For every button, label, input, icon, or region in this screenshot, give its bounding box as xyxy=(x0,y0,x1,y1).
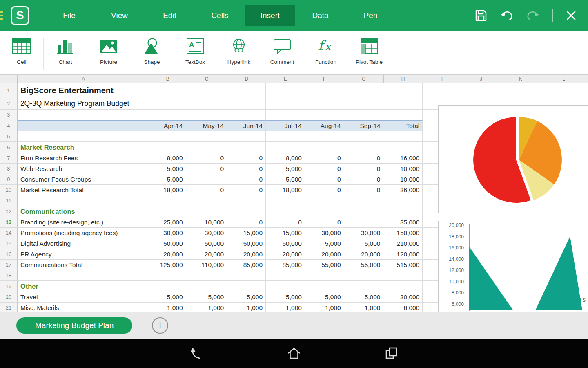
cell-F5[interactable] xyxy=(305,131,344,142)
cell-B7[interactable]: 8,000 xyxy=(149,153,186,164)
menu-item-view[interactable]: View xyxy=(94,5,145,26)
toolbar-hyperlink[interactable]: Hyperlink xyxy=(217,35,261,65)
menu-item-edit[interactable]: Edit xyxy=(145,5,195,26)
cell-E10[interactable]: 18,000 xyxy=(266,185,305,195)
cell-B4[interactable]: Apr-14 xyxy=(149,120,186,131)
toolbar-pivot-table[interactable]: Pivot Table xyxy=(347,35,391,65)
row-header-2[interactable]: 2 xyxy=(0,98,18,110)
cell-F11[interactable] xyxy=(305,195,344,206)
cell-F13[interactable]: 0 xyxy=(305,217,344,228)
cell-E17[interactable]: 85,000 xyxy=(266,260,305,270)
cell-J1[interactable] xyxy=(461,83,501,98)
menu-item-data[interactable]: Data xyxy=(295,5,345,26)
column-header-H[interactable]: H xyxy=(384,75,423,83)
cell-C16[interactable]: 20,000 xyxy=(186,249,227,260)
cell-H12[interactable] xyxy=(383,206,423,217)
cell-D10[interactable]: 0 xyxy=(227,185,266,195)
cell-E16[interactable]: 20,000 xyxy=(266,249,305,260)
cell-A1[interactable]: BigScore Entertainment xyxy=(18,83,149,98)
cell-H4[interactable]: Total xyxy=(383,120,423,131)
cell-F8[interactable]: 0 xyxy=(305,164,344,174)
cell-F20[interactable]: 5,000 xyxy=(305,292,344,303)
cell-C13[interactable]: 10,000 xyxy=(186,217,227,228)
row-header-4[interactable]: 4 xyxy=(0,120,18,131)
cell-D8[interactable]: 0 xyxy=(227,164,266,174)
cell-K1[interactable] xyxy=(501,83,540,98)
cell-A9[interactable]: Consumer Focus Groups xyxy=(18,174,149,185)
cell-F4[interactable]: Aug-14 xyxy=(305,120,344,131)
cell-B11[interactable] xyxy=(149,195,186,206)
cell-C10[interactable]: 0 xyxy=(186,185,227,195)
cell-G18[interactable] xyxy=(344,270,384,281)
cell-C14[interactable]: 30,000 xyxy=(186,228,227,238)
cell-E11[interactable] xyxy=(266,195,305,206)
cell-C18[interactable] xyxy=(186,270,227,281)
back-icon[interactable] xyxy=(189,346,204,360)
cell-H10[interactable]: 36,000 xyxy=(383,185,423,195)
cell-B8[interactable]: 5,000 xyxy=(149,164,186,174)
toolbar-comment[interactable]: Comment xyxy=(261,35,304,65)
cell-E8[interactable]: 5,000 xyxy=(266,164,305,174)
row-header-1[interactable]: 1 xyxy=(0,83,18,98)
toolbar-textbox[interactable]: A TextBox xyxy=(174,35,217,65)
cell-H21[interactable]: 6,000 xyxy=(383,303,423,312)
cell-G15[interactable]: 5,000 xyxy=(344,238,384,249)
menu-item-insert[interactable]: Insert xyxy=(245,5,295,26)
cell-I1[interactable] xyxy=(423,83,461,98)
toolbar-function[interactable]: f x Function xyxy=(304,35,347,65)
cell-D20[interactable]: 5,000 xyxy=(227,292,266,303)
row-header-5[interactable]: 5 xyxy=(0,131,18,142)
cell-G13[interactable] xyxy=(344,217,384,228)
cell-E7[interactable]: 8,000 xyxy=(266,153,305,164)
cell-F17[interactable]: 55,000 xyxy=(305,260,344,270)
cell-E19[interactable] xyxy=(266,281,305,292)
cell-F19[interactable] xyxy=(305,281,344,292)
cell-D18[interactable] xyxy=(227,270,266,281)
cell-A18[interactable] xyxy=(18,270,149,281)
cell-G14[interactable]: 30,000 xyxy=(344,228,384,238)
cell-A3[interactable] xyxy=(18,110,149,120)
cell-E12[interactable] xyxy=(266,206,305,217)
cell-E21[interactable]: 1,000 xyxy=(266,303,305,312)
cell-H1[interactable] xyxy=(383,83,423,98)
column-header-F[interactable]: F xyxy=(305,75,344,83)
cell-H6[interactable] xyxy=(383,142,423,153)
cell-A4[interactable] xyxy=(18,120,149,131)
cell-G20[interactable]: 5,000 xyxy=(344,292,384,303)
cell-E6[interactable] xyxy=(266,142,305,153)
cell-B2[interactable] xyxy=(149,98,186,110)
column-header-J[interactable]: J xyxy=(461,75,501,83)
toolbar-cell[interactable]: Cell xyxy=(0,35,43,65)
column-header-C[interactable]: C xyxy=(186,75,227,83)
row-header-11[interactable]: 11 xyxy=(0,195,18,206)
cell-F2[interactable] xyxy=(305,98,344,110)
cell-B18[interactable] xyxy=(149,270,186,281)
cell-F1[interactable] xyxy=(305,83,344,98)
row-header-8[interactable]: 8 xyxy=(0,164,18,174)
cell-H20[interactable]: 30,000 xyxy=(383,292,423,303)
cell-A15[interactable]: Digital Advertising xyxy=(18,238,149,249)
cell-E5[interactable] xyxy=(266,131,305,142)
cell-A10[interactable]: Market Research Total xyxy=(18,185,149,195)
redo-icon[interactable] xyxy=(526,9,540,22)
cell-A16[interactable]: PR Agency xyxy=(18,249,149,260)
cell-D17[interactable]: 85,000 xyxy=(227,260,266,270)
cell-G2[interactable] xyxy=(344,98,384,110)
cell-D12[interactable] xyxy=(227,206,266,217)
menu-item-cells[interactable]: Cells xyxy=(195,5,245,26)
cell-A13[interactable]: Branding (site re-design, etc.) xyxy=(18,217,149,228)
cell-H13[interactable]: 35,000 xyxy=(383,217,423,228)
cell-L1[interactable] xyxy=(540,83,588,98)
cell-H17[interactable]: 515,000 xyxy=(383,260,423,270)
cell-H19[interactable] xyxy=(383,281,423,292)
cell-B19[interactable] xyxy=(149,281,186,292)
cell-A6[interactable]: Market Research xyxy=(18,142,149,153)
select-all-corner[interactable] xyxy=(0,75,18,83)
cell-A7[interactable]: Firm Research Fees xyxy=(18,153,149,164)
cell-H15[interactable]: 210,000 xyxy=(383,238,423,249)
column-header-A[interactable]: A xyxy=(18,75,149,83)
close-icon[interactable] xyxy=(565,9,577,22)
cell-H5[interactable] xyxy=(383,131,423,142)
cell-E1[interactable] xyxy=(266,83,305,98)
cell-B16[interactable]: 20,000 xyxy=(149,249,186,260)
